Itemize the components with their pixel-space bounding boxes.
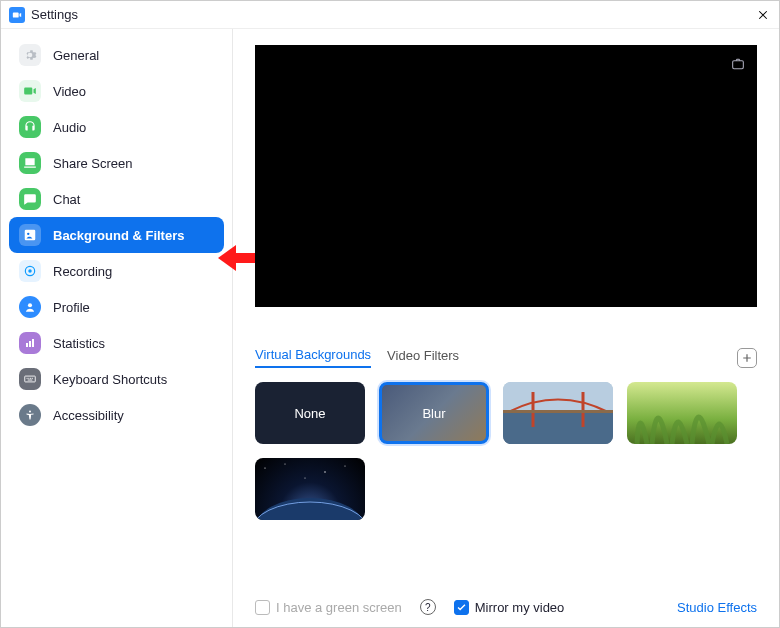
keyboard-icon: [19, 368, 41, 390]
sidebar-item-label: Keyboard Shortcuts: [53, 372, 167, 387]
background-tile-space[interactable]: [255, 458, 365, 520]
svg-rect-12: [32, 378, 33, 379]
video-preview: [255, 45, 757, 307]
sidebar: General Video Audio Share Screen Chat: [1, 29, 233, 627]
close-button[interactable]: [755, 7, 771, 23]
svg-point-22: [285, 464, 286, 465]
background-tile-blur[interactable]: Blur: [379, 382, 489, 444]
app-icon: [9, 7, 25, 23]
svg-point-1: [27, 233, 29, 235]
svg-point-14: [29, 411, 31, 413]
sidebar-item-label: Profile: [53, 300, 90, 315]
checkbox-icon: [255, 600, 270, 615]
mirror-video-checkbox[interactable]: Mirror my video: [454, 600, 565, 615]
tab-virtual-backgrounds[interactable]: Virtual Backgrounds: [255, 347, 371, 368]
svg-rect-8: [25, 376, 36, 382]
sidebar-item-label: Video: [53, 84, 86, 99]
titlebar: Settings: [1, 1, 779, 29]
svg-point-24: [345, 466, 346, 467]
rotate-camera-button[interactable]: [727, 53, 749, 75]
sidebar-item-video[interactable]: Video: [9, 73, 224, 109]
video-icon: [19, 80, 41, 102]
sidebar-item-label: Background & Filters: [53, 228, 184, 243]
accessibility-icon: [19, 404, 41, 426]
svg-rect-17: [503, 412, 613, 444]
background-tile-label: Blur: [422, 406, 445, 421]
background-grid: None Blur: [255, 382, 757, 520]
help-button[interactable]: ?: [420, 599, 436, 615]
sidebar-item-statistics[interactable]: Statistics: [9, 325, 224, 361]
background-tile-label: None: [294, 406, 325, 421]
svg-point-21: [264, 467, 265, 468]
profile-icon: [19, 296, 41, 318]
sidebar-item-label: Audio: [53, 120, 86, 135]
gear-icon: [19, 44, 41, 66]
background-tile-grass[interactable]: [627, 382, 737, 444]
svg-rect-0: [25, 230, 36, 241]
sidebar-item-keyboard-shortcuts[interactable]: Keyboard Shortcuts: [9, 361, 224, 397]
svg-rect-20: [503, 410, 613, 413]
add-background-button[interactable]: [737, 348, 757, 368]
window-title: Settings: [31, 7, 78, 22]
chat-icon: [19, 188, 41, 210]
footer: I have a green screen ? Mirror my video …: [255, 587, 757, 619]
content-panel: Virtual Backgrounds Video Filters None B…: [233, 29, 779, 627]
background-tile-none[interactable]: None: [255, 382, 365, 444]
sidebar-item-chat[interactable]: Chat: [9, 181, 224, 217]
checkbox-icon: [454, 600, 469, 615]
background-tile-bridge[interactable]: [503, 382, 613, 444]
statistics-icon: [19, 332, 41, 354]
tabs: Virtual Backgrounds Video Filters: [255, 347, 757, 368]
tab-video-filters[interactable]: Video Filters: [387, 348, 459, 367]
sidebar-item-audio[interactable]: Audio: [9, 109, 224, 145]
sidebar-item-share-screen[interactable]: Share Screen: [9, 145, 224, 181]
svg-point-3: [28, 269, 32, 273]
svg-rect-13: [28, 380, 33, 381]
svg-rect-5: [26, 343, 28, 347]
svg-point-23: [324, 471, 325, 472]
sidebar-item-general[interactable]: General: [9, 37, 224, 73]
recording-icon: [19, 260, 41, 282]
svg-point-4: [28, 303, 32, 307]
sidebar-item-label: Recording: [53, 264, 112, 279]
sidebar-item-profile[interactable]: Profile: [9, 289, 224, 325]
sidebar-item-label: Share Screen: [53, 156, 133, 171]
sidebar-item-recording[interactable]: Recording: [9, 253, 224, 289]
share-screen-icon: [19, 152, 41, 174]
sidebar-item-label: Statistics: [53, 336, 105, 351]
green-screen-label: I have a green screen: [276, 600, 402, 615]
sidebar-item-accessibility[interactable]: Accessibility: [9, 397, 224, 433]
sidebar-item-label: General: [53, 48, 99, 63]
background-filters-icon: [19, 224, 41, 246]
mirror-video-label: Mirror my video: [475, 600, 565, 615]
svg-rect-6: [29, 341, 31, 347]
svg-point-25: [305, 478, 306, 479]
svg-rect-15: [733, 61, 744, 69]
studio-effects-link[interactable]: Studio Effects: [677, 600, 757, 615]
sidebar-item-label: Accessibility: [53, 408, 124, 423]
svg-rect-9: [27, 378, 28, 379]
headphones-icon: [19, 116, 41, 138]
svg-rect-11: [30, 378, 31, 379]
sidebar-item-label: Chat: [53, 192, 80, 207]
svg-rect-10: [28, 378, 29, 379]
svg-rect-7: [32, 339, 34, 347]
sidebar-item-background-filters[interactable]: Background & Filters: [9, 217, 224, 253]
green-screen-checkbox[interactable]: I have a green screen: [255, 600, 402, 615]
